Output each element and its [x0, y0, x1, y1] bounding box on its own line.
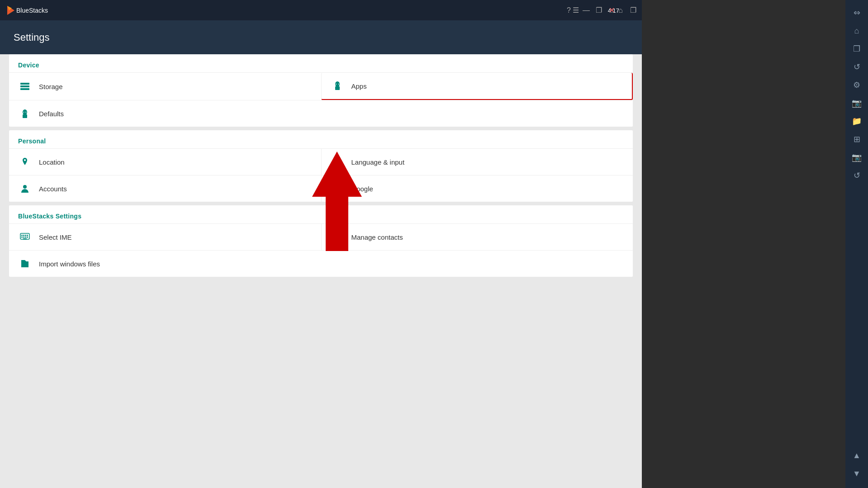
- settings-header: Settings: [0, 20, 642, 54]
- svg-point-33: [335, 235, 337, 237]
- ime-contacts-row: Select IME Manage contacts: [9, 223, 633, 250]
- sidebar-scrolldown-icon[interactable]: ▼: [849, 465, 865, 482]
- google-label: Google: [351, 185, 373, 193]
- svg-rect-26: [27, 235, 28, 236]
- svg-point-8: [338, 84, 339, 85]
- accounts-item[interactable]: Accounts: [9, 175, 321, 202]
- title-bar-icons: ⌂ ❐: [618, 6, 636, 14]
- svg-point-14: [26, 112, 27, 113]
- svg-rect-31: [23, 238, 27, 240]
- sidebar-reset-icon[interactable]: ↺: [849, 167, 865, 184]
- language-input-label: Language & input: [351, 158, 405, 166]
- google-icon: [331, 182, 344, 195]
- select-ime-label: Select IME: [39, 233, 72, 241]
- import-row: Import windows files: [9, 250, 633, 277]
- svg-rect-2: [20, 83, 29, 85]
- import-files-label: Import windows files: [39, 260, 100, 268]
- select-ime-item[interactable]: Select IME: [9, 224, 321, 250]
- bluestacks-section-header: BlueStacks Settings: [9, 205, 633, 223]
- svg-point-34: [338, 235, 340, 237]
- defaults-icon: [18, 107, 32, 120]
- location-item[interactable]: Location: [9, 149, 321, 175]
- sidebar-controls-icon[interactable]: ⚙: [849, 77, 865, 93]
- close-button[interactable]: ✕: [606, 5, 617, 16]
- google-item[interactable]: Google: [321, 175, 633, 202]
- location-label: Location: [39, 158, 65, 166]
- sidebar-camera-icon[interactable]: 📷: [849, 149, 865, 166]
- svg-rect-28: [23, 237, 24, 238]
- right-sidebar: ⇔ ⌂ ❐ ↺ ⚙ 📷 📁 ⊞ 📷 ↺ ▲ ▼: [845, 0, 868, 488]
- apps-icon: [331, 79, 344, 93]
- sidebar-rotate-icon[interactable]: ↺: [849, 59, 865, 75]
- sidebar-screenshot-icon[interactable]: 📷: [849, 95, 865, 111]
- sidebar-expand-icon[interactable]: ⇔: [849, 5, 865, 21]
- import-files-icon: [18, 257, 32, 270]
- svg-point-13: [24, 112, 24, 113]
- svg-point-7: [336, 84, 337, 85]
- bluestacks-section: BlueStacks Settings: [9, 205, 633, 277]
- svg-rect-3: [20, 85, 29, 87]
- sidebar-copy-icon[interactable]: ❐: [849, 41, 865, 57]
- personal-section-header: Personal: [9, 130, 633, 148]
- app-title: BlueStacks: [16, 7, 618, 14]
- storage-item[interactable]: Storage: [9, 73, 321, 100]
- defaults-label: Defaults: [39, 110, 64, 118]
- svg-rect-6: [335, 86, 340, 90]
- svg-rect-30: [27, 237, 28, 238]
- language-input-item[interactable]: Language & input: [321, 149, 633, 175]
- device-section: Device Storage: [9, 54, 633, 127]
- title-bar: BlueStacks ⌂ ❐ 4:17 ? ☰ — ❐ ✕: [0, 0, 642, 20]
- personal-section: Personal Location: [9, 130, 633, 202]
- storage-apps-row: Storage Apps: [9, 72, 633, 100]
- sidebar-scrollup-icon[interactable]: ▲: [849, 447, 865, 464]
- manage-contacts-label: Manage contacts: [351, 233, 403, 241]
- svg-rect-12: [23, 114, 27, 118]
- sidebar-home-icon[interactable]: ⌂: [849, 23, 865, 39]
- svg-rect-4: [20, 88, 29, 90]
- accounts-label: Accounts: [39, 185, 67, 193]
- bluestacks-logo: [5, 5, 16, 16]
- svg-point-21: [23, 185, 27, 189]
- manage-contacts-icon: [331, 230, 344, 244]
- accounts-icon: [18, 182, 32, 195]
- select-ime-icon: [18, 230, 32, 244]
- defaults-row: Defaults: [9, 100, 633, 127]
- import-windows-files-item[interactable]: Import windows files: [9, 251, 321, 277]
- defaults-item[interactable]: Defaults: [9, 100, 321, 127]
- svg-rect-29: [25, 237, 26, 238]
- settings-title: Settings: [14, 32, 50, 43]
- apps-item[interactable]: Apps: [321, 73, 633, 100]
- location-language-row: Location Language & input: [9, 148, 633, 175]
- menu-icon[interactable]: ☰: [573, 6, 579, 14]
- sidebar-folder-icon[interactable]: 📁: [849, 113, 865, 129]
- accounts-google-row: Accounts Google: [9, 175, 633, 202]
- svg-rect-35: [21, 261, 28, 267]
- maximize-button[interactable]: ❐: [593, 5, 604, 16]
- svg-rect-23: [21, 235, 23, 236]
- storage-icon: [18, 80, 32, 93]
- storage-label: Storage: [39, 83, 63, 90]
- minimize-button[interactable]: —: [581, 5, 592, 16]
- svg-rect-25: [25, 235, 26, 236]
- apps-label: Apps: [351, 82, 367, 90]
- svg-point-17: [24, 159, 26, 161]
- help-icon[interactable]: ?: [567, 6, 571, 14]
- window-icon[interactable]: ❐: [630, 6, 636, 14]
- manage-contacts-item[interactable]: Manage contacts: [321, 224, 633, 250]
- main-content: Settings Device Storage: [0, 20, 642, 488]
- device-section-header: Device: [9, 54, 633, 72]
- svg-rect-27: [21, 237, 23, 238]
- language-icon: [331, 155, 344, 169]
- settings-body: Device Storage: [0, 54, 642, 488]
- svg-rect-24: [23, 235, 24, 236]
- sidebar-layers-icon[interactable]: ⊞: [849, 131, 865, 147]
- location-icon: [18, 155, 32, 169]
